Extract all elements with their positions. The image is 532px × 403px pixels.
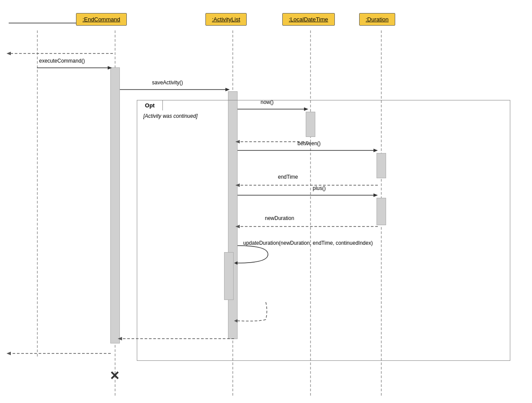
svg-marker-9 [304, 107, 308, 111]
arrow-return-activitylist [120, 335, 235, 344]
svg-marker-17 [373, 193, 378, 197]
svg-marker-7 [225, 88, 230, 91]
activation-duration-2 [377, 198, 386, 225]
lifeline-endcommand: :EndCommand [76, 13, 127, 26]
arrow-endtime [238, 182, 383, 190]
label-now: now() [261, 99, 274, 105]
lifeline-activitylist: :ActivityList [205, 13, 247, 26]
destroy-x-endcommand: ✕ [109, 369, 119, 383]
opt-label: Opt [145, 102, 155, 109]
lifeline-duration: :Duration [359, 13, 395, 26]
arrow-newduration [238, 223, 383, 232]
arrow-now [238, 106, 314, 114]
lifeline-line-caller [37, 30, 38, 356]
label-newduration: newDuration [265, 215, 294, 221]
activation-activitylist-self [224, 252, 234, 300]
svg-marker-5 [108, 66, 112, 70]
svg-marker-25 [7, 352, 11, 355]
activation-endcommand [110, 67, 120, 343]
opt-tab: Opt [137, 100, 163, 110]
arrow-return-endcommand [9, 350, 115, 359]
activation-duration-1 [377, 153, 386, 178]
label-endtime: endTime [278, 174, 298, 180]
arrow-plus [238, 192, 383, 200]
arrow-between [238, 147, 383, 156]
arrow-updateduration [238, 243, 272, 265]
svg-marker-3 [7, 52, 11, 55]
arrow-self-return [238, 300, 272, 324]
initial-arrow [9, 20, 83, 28]
activation-localdatetime [306, 112, 315, 137]
label-executecommand: executeCommand() [39, 58, 85, 64]
return-arrow-initial [9, 50, 117, 59]
opt-condition: [Activity was continued] [143, 113, 198, 119]
label-plus: plus() [313, 185, 326, 191]
lifeline-localdatetime: :LocalDateTime [282, 13, 335, 26]
arrow-executecommand [37, 64, 117, 73]
label-saveactivity: saveActivity() [152, 80, 183, 86]
svg-marker-13 [373, 149, 378, 152]
arrow-saveactivity [120, 86, 235, 95]
label-between: between() [297, 140, 321, 147]
